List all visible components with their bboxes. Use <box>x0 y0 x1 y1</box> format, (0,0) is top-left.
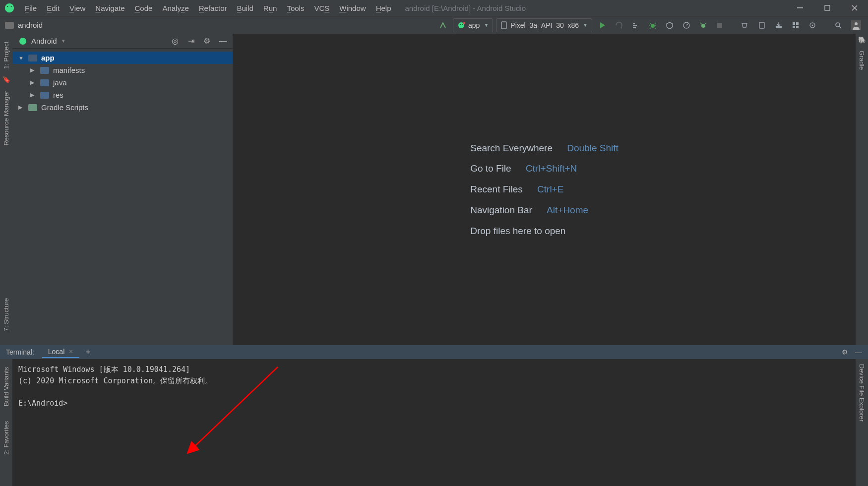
tree-node-manifests[interactable]: ▶ manifests <box>12 64 233 76</box>
troubleshoot-icon[interactable] <box>806 19 819 32</box>
tree-node-gradle-scripts[interactable]: ▶ Gradle Scripts <box>12 101 233 114</box>
menu-run[interactable]: Run <box>258 4 282 12</box>
menu-tools[interactable]: Tools <box>282 4 309 12</box>
maximize-button[interactable] <box>813 0 841 16</box>
menu-analyze[interactable]: Analyze <box>157 4 193 12</box>
hint-shortcut: Ctrl+Shift+N <box>526 158 577 179</box>
avd-manager-icon[interactable] <box>755 19 769 32</box>
menu-vcs[interactable]: VCS <box>309 4 334 12</box>
menu-help[interactable]: Help <box>371 4 396 12</box>
sidebar-tab-device-file-explorer[interactable]: Device File Explorer <box>857 359 867 426</box>
chevron-right-icon: ▶ <box>30 79 37 86</box>
sidebar-tab-bookmark-icon[interactable]: 🔖 <box>1 74 11 86</box>
svg-rect-19 <box>776 26 782 28</box>
coverage-icon[interactable] <box>663 19 677 32</box>
attach-debugger-icon[interactable] <box>696 19 710 32</box>
right-tool-strip: 🐘 Gradle <box>856 34 868 345</box>
menu-view[interactable]: View <box>64 4 90 12</box>
hide-icon[interactable]: — <box>218 36 228 46</box>
hint-drop: Drop files here to open <box>470 221 565 242</box>
device-label: Pixel_3a_API_30_x86 <box>510 21 579 29</box>
menu-file[interactable]: File <box>20 4 42 12</box>
avatar-icon[interactable] <box>848 19 864 32</box>
svg-rect-10 <box>501 22 506 29</box>
left-tool-strip-lower: Build Variants 2: Favorites <box>0 359 12 486</box>
new-terminal-tab-button[interactable]: + <box>85 347 91 358</box>
sidebar-tab-project[interactable]: 1: Project <box>1 37 11 74</box>
settings-icon[interactable]: ⚙ <box>842 348 848 356</box>
tree-node-app[interactable]: ▼ app <box>12 52 233 64</box>
menu-code[interactable]: Code <box>130 4 158 12</box>
svg-rect-3 <box>797 7 803 8</box>
device-selector[interactable]: Pixel_3a_API_30_x86 ▼ <box>496 18 592 32</box>
scroll-to-source-icon[interactable]: ◎ <box>170 36 180 46</box>
settings-icon[interactable]: ⚙ <box>202 36 212 46</box>
run-config-selector[interactable]: app ▼ <box>453 18 493 32</box>
sdk-manager-icon[interactable] <box>772 19 786 32</box>
debug-button[interactable] <box>646 19 660 32</box>
menu-build[interactable]: Build <box>232 4 258 12</box>
tree-node-java[interactable]: ▶ java <box>12 76 233 89</box>
minimize-button[interactable] <box>786 0 813 16</box>
profiler-icon[interactable] <box>680 19 693 32</box>
stop-button[interactable] <box>713 19 726 32</box>
apply-code-changes-icon[interactable] <box>629 19 643 32</box>
menu-edit[interactable]: Edit <box>42 4 64 12</box>
module-icon <box>28 55 37 61</box>
folder-icon <box>5 22 14 29</box>
hint-shortcut: Alt+Home <box>547 200 588 221</box>
breadcrumb-label: android <box>18 21 43 29</box>
sidebar-tab-resource-manager[interactable]: Resource Manager <box>1 86 11 151</box>
chevron-down-icon: ▼ <box>583 22 588 28</box>
menu-refactor[interactable]: Refactor <box>194 4 232 12</box>
menu-window[interactable]: Window <box>334 4 371 12</box>
tree-node-res[interactable]: ▶ res <box>12 89 233 101</box>
svg-point-28 <box>855 22 858 25</box>
apply-changes-icon[interactable] <box>612 19 626 32</box>
resource-manager-icon[interactable] <box>789 19 803 32</box>
chevron-right-icon: ▶ <box>18 104 25 111</box>
hint-label: Recent Files <box>470 179 523 200</box>
terminal-header: Terminal: Local✕ + ⚙ — <box>0 345 868 359</box>
close-icon[interactable]: ✕ <box>68 348 73 355</box>
folder-icon <box>40 79 49 86</box>
window-controls <box>786 0 868 16</box>
close-button[interactable] <box>841 0 868 16</box>
sidebar-tab-gradle[interactable]: Gradle <box>857 46 867 75</box>
svg-rect-22 <box>793 26 795 28</box>
hint-shortcut: Ctrl+E <box>537 179 563 200</box>
sidebar-tab-structure[interactable]: 7: Structure <box>1 293 11 336</box>
gradle-elephant-icon[interactable]: 🐘 <box>857 34 867 46</box>
svg-rect-12 <box>633 25 637 26</box>
sidebar-tab-favorites[interactable]: 2: Favorites <box>1 416 11 460</box>
left-tool-strip: 1: Project 🔖 Resource Manager 7: Structu… <box>0 34 12 345</box>
breadcrumb[interactable]: android <box>5 21 43 29</box>
sidebar-tab-build-variants[interactable]: Build Variants <box>1 362 11 411</box>
terminal-title: Terminal: <box>6 348 34 356</box>
svg-point-7 <box>462 24 463 25</box>
hint-label: Search Everywhere <box>470 138 553 159</box>
svg-rect-11 <box>633 23 635 24</box>
svg-rect-21 <box>796 22 799 25</box>
search-everywhere-icon[interactable] <box>831 19 845 32</box>
terminal-output[interactable]: Microsoft Windows [版本 10.0.19041.264] (c… <box>12 359 856 486</box>
svg-point-16 <box>701 24 705 28</box>
project-tree[interactable]: ▼ app ▶ manifests ▶ java ▶ res ▶ <box>12 49 233 117</box>
menu-navigate[interactable]: Navigate <box>90 4 129 12</box>
chevron-right-icon: ▶ <box>30 92 37 98</box>
chevron-right-icon: ▶ <box>30 67 37 73</box>
svg-point-2 <box>11 6 12 7</box>
run-config-label: app <box>468 21 480 29</box>
collapse-all-icon[interactable]: ⇥ <box>186 36 196 46</box>
svg-rect-20 <box>793 22 795 25</box>
terminal-tab-local[interactable]: Local✕ <box>42 346 79 358</box>
app-logo-icon <box>4 2 15 13</box>
right-tool-strip-lower: Device File Explorer <box>856 359 868 486</box>
sync-project-icon[interactable] <box>738 19 752 32</box>
run-button[interactable] <box>595 19 609 32</box>
folder-icon <box>40 92 49 99</box>
folder-icon <box>40 67 49 74</box>
project-view-selector[interactable]: Android ▼ <box>18 37 66 46</box>
hide-icon[interactable]: — <box>855 348 862 356</box>
make-project-icon[interactable] <box>436 19 450 32</box>
